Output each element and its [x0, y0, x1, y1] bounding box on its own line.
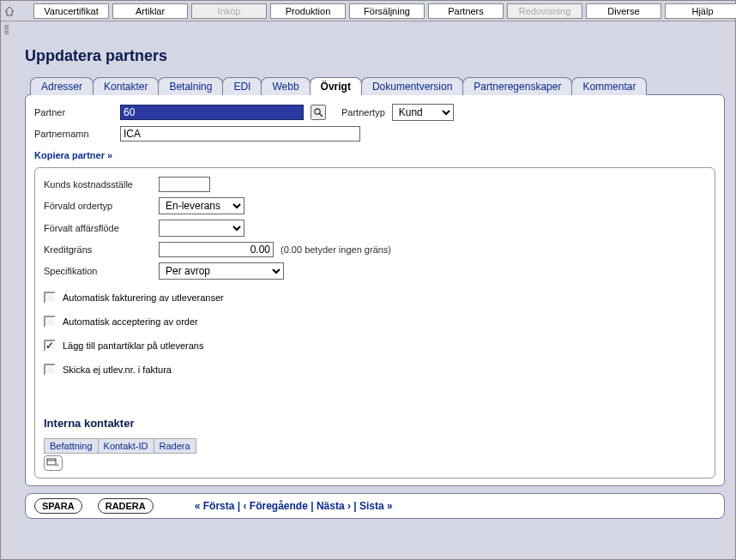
- affarsflode-select[interactable]: [159, 220, 244, 237]
- tab-edi[interactable]: EDI: [222, 77, 262, 95]
- col-kontaktid: Kontakt-ID: [98, 439, 154, 454]
- kreditgrans-label: Kreditgräns: [44, 244, 152, 255]
- tab-kontakter[interactable]: Kontakter: [93, 77, 159, 95]
- nav-first[interactable]: « Första: [195, 500, 235, 512]
- home-icon[interactable]: [4, 6, 15, 16]
- specifikation-select[interactable]: Per avrop: [159, 262, 284, 280]
- menu-hjälp[interactable]: Hjälp: [665, 3, 736, 19]
- menu-produktion[interactable]: Produktion: [270, 3, 346, 19]
- svg-line-1: [320, 114, 323, 117]
- checkbox-label-1: Automatisk acceptering av order: [63, 316, 198, 327]
- svg-text:+: +: [56, 462, 59, 468]
- page-title: Uppdatera partners: [25, 47, 725, 65]
- tab-kommentar[interactable]: Kommentar: [571, 77, 647, 95]
- ordertyp-select[interactable]: En-leverans: [159, 197, 244, 214]
- form-panel: Partner Partnertyp Kund Partnernamn Kopi…: [25, 94, 725, 486]
- partner-label: Partner: [34, 107, 113, 117]
- tab-betalning[interactable]: Betalning: [158, 77, 223, 95]
- checkbox-0[interactable]: [44, 292, 56, 304]
- menu-redovisning: Redovisning: [507, 3, 582, 19]
- menu-artiklar[interactable]: Artiklar: [112, 3, 188, 19]
- menu-varucertifikat[interactable]: Varucertifikat: [33, 3, 109, 19]
- nav-last[interactable]: Sista »: [359, 500, 393, 512]
- toolbar-grip-icon: ≡≡: [4, 25, 16, 35]
- kreditgrans-input[interactable]: [159, 242, 274, 257]
- delete-button[interactable]: RADERA: [98, 498, 154, 514]
- save-button[interactable]: SPARA: [34, 498, 82, 514]
- svg-rect-2: [47, 459, 56, 465]
- checkbox-label-0: Automatisk fakturering av utleveranser: [63, 292, 224, 303]
- specifikation-label: Specifikation: [44, 266, 152, 276]
- col-befattning: Befattning: [45, 439, 99, 454]
- tab-partneregenskaper[interactable]: Partneregenskaper: [462, 77, 572, 95]
- nav-prev[interactable]: ‹ Föregående: [244, 500, 308, 512]
- partnernamn-input[interactable]: [120, 126, 360, 142]
- checkbox-label-2: Lägg till pantartiklar på utleverans: [63, 340, 203, 351]
- checkbox-1[interactable]: [44, 316, 56, 328]
- ordertyp-label: Förvald ordertyp: [44, 201, 152, 211]
- checkbox-2[interactable]: ✓: [44, 340, 56, 352]
- checkbox-label-3: Skicka ej utlev.nr. i faktura: [63, 364, 172, 375]
- menu-inköp: Inköp: [191, 3, 267, 19]
- checkbox-3[interactable]: [44, 364, 56, 376]
- copy-partner-link[interactable]: Kopiera partner »: [34, 150, 112, 160]
- partnernamn-label: Partnernamn: [34, 129, 113, 139]
- tab-dokumentversion[interactable]: Dokumentversion: [361, 77, 463, 95]
- svg-point-0: [315, 109, 320, 114]
- kostnadsstalle-label: Kunds kostnadsställe: [44, 179, 152, 190]
- menu-diverse[interactable]: Diverse: [586, 3, 661, 19]
- partnertyp-label: Partnertyp: [341, 107, 385, 117]
- nav-next[interactable]: Nästa ›: [317, 500, 351, 512]
- partner-id-input[interactable]: [120, 105, 304, 120]
- menu-försäljning[interactable]: Försäljning: [349, 3, 425, 19]
- affarsflode-label: Förvalt affärsflöde: [44, 223, 152, 233]
- tab-adresser[interactable]: Adresser: [30, 77, 94, 95]
- interna-kontakter-table: Befattning Kontakt-ID Radera: [44, 438, 196, 454]
- tab-övrigt[interactable]: Övrigt: [310, 77, 362, 95]
- add-contact-button[interactable]: +: [44, 455, 63, 471]
- kostnadsstalle-input[interactable]: [159, 177, 210, 192]
- partnertyp-select[interactable]: Kund: [392, 104, 454, 121]
- partner-search-button[interactable]: [311, 105, 326, 120]
- tab-webb[interactable]: Webb: [261, 77, 310, 95]
- menu-partners[interactable]: Partners: [428, 3, 504, 19]
- kreditgrans-hint: (0.00 betyder ingen gräns): [281, 244, 391, 255]
- action-bar: SPARA RADERA « Första | ‹ Föregående | N…: [25, 493, 725, 519]
- interna-kontakter-heading: Interna kontakter: [44, 417, 706, 430]
- col-radera: Radera: [154, 439, 196, 454]
